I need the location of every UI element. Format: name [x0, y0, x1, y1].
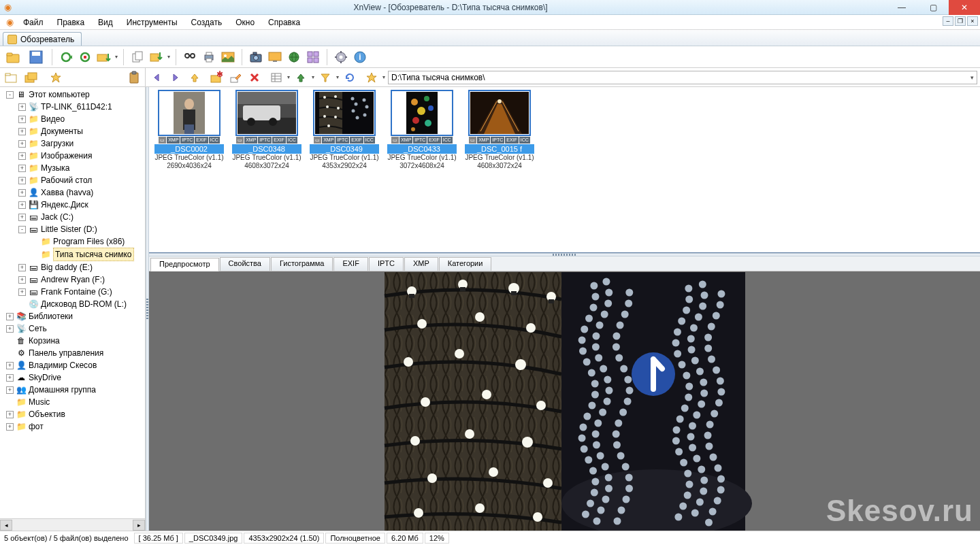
menu-Файл[interactable]: Файл [16, 16, 50, 29]
tree-expander[interactable]: + [18, 288, 26, 296]
thumbnail[interactable]: ▭XMPIPTCEXIFICC_DSC0002JPEG TrueColor (v… [154, 90, 224, 170]
back-button[interactable] [148, 69, 165, 86]
mdi-minimize[interactable]: – [943, 16, 953, 26]
menu-Инструменты[interactable]: Инструменты [120, 16, 184, 29]
tree-node[interactable]: ⚙Панель управления [1, 347, 145, 359]
thumbnail[interactable]: ▭XMPIPTCEXIFICC_DSC_0015 fJPEG TrueColor… [465, 90, 534, 170]
maximize-button[interactable]: ▢ [917, 0, 949, 15]
slideshow-button[interactable] [220, 49, 236, 65]
tree-expander[interactable]: + [6, 386, 14, 394]
refresh-stop-button[interactable] [77, 49, 93, 65]
preview-pane[interactable]: Skesov.ru [149, 271, 980, 531]
preview-tab-5[interactable]: XMP [404, 257, 438, 271]
copy-button[interactable] [129, 49, 146, 65]
filter-button[interactable] [317, 69, 333, 86]
tree-expander[interactable]: + [18, 116, 26, 123]
tab-browser[interactable]: Обозреватель [3, 32, 82, 46]
open-recent-button[interactable] [96, 49, 112, 65]
tree-node[interactable]: +📁Музыка [1, 162, 145, 174]
tree-node[interactable]: +👤Хавва (havva) [1, 186, 145, 199]
tree-node[interactable]: -🖥Этот компьютер [1, 88, 145, 101]
folder-tree[interactable]: -🖥Этот компьютер+📡TP-LINK_611D42:1+📁Виде… [0, 87, 145, 518]
menu-Окно[interactable]: Окно [229, 16, 261, 29]
arrange-button[interactable] [305, 49, 321, 65]
tree-expander[interactable]: + [18, 103, 26, 111]
tree-node[interactable]: +📁Рабочий стол [1, 174, 145, 186]
tree-node[interactable]: +📡TP-LINK_611D42:1 [1, 101, 145, 113]
address-bar[interactable]: D:\Типа тысяча снимков\ ▾ [388, 71, 977, 84]
sort-button[interactable] [293, 69, 309, 86]
tree-node[interactable]: +🖴Andrew Ryan (F:) [1, 273, 145, 286]
thumbnail[interactable]: ▭XMPIPTCEXIFICC_DSC0433JPEG TrueColor (v… [387, 90, 457, 170]
up-button[interactable] [186, 69, 203, 86]
menu-Создать[interactable]: Создать [184, 16, 229, 29]
tree-node[interactable]: +📁Изображения [1, 150, 145, 162]
refresh-button[interactable] [58, 49, 74, 65]
paste-button[interactable] [148, 49, 165, 65]
tree-node[interactable]: +🖴Frank Fontaine (G:) [1, 286, 145, 298]
tree-expander[interactable]: + [18, 276, 26, 284]
preview-tab-6[interactable]: Категории [439, 257, 492, 271]
tree-expander[interactable]: - [18, 226, 26, 233]
tree-expander[interactable]: + [18, 128, 26, 135]
help-button[interactable]: i [352, 49, 368, 65]
menu-Правка[interactable]: Правка [50, 16, 92, 29]
tree-node[interactable]: +💾Яндекс.Диск [1, 199, 145, 211]
chevron-down-icon[interactable]: ▾ [970, 74, 974, 81]
close-button[interactable]: ✕ [949, 0, 980, 15]
search-button[interactable] [182, 49, 198, 65]
screen-button[interactable] [267, 49, 283, 65]
refresh2-button[interactable] [342, 69, 358, 86]
delete-button[interactable] [246, 69, 263, 86]
tree-node[interactable]: 🗑Корзина [1, 335, 145, 347]
capture-button[interactable] [248, 49, 264, 65]
tree-expander[interactable]: + [18, 177, 26, 184]
minimize-button[interactable]: — [886, 0, 917, 15]
tree-node[interactable]: -🖴Little Sister (D:) [1, 223, 145, 235]
tree-node[interactable]: +📁Документы [1, 125, 145, 137]
tree-expander[interactable]: + [6, 423, 14, 431]
tree-expander[interactable]: + [6, 313, 14, 320]
preview-tab-1[interactable]: Свойства [220, 257, 270, 271]
tree-node[interactable]: 📁Music [1, 396, 145, 408]
tree-node[interactable]: +📁Объектив [1, 408, 145, 420]
view-mode-button[interactable] [268, 69, 284, 86]
tree-expander[interactable]: + [18, 152, 26, 160]
tree-node[interactable]: +🖴Jack (C:) [1, 211, 145, 223]
tree-node[interactable]: +☁SkyDrive [1, 371, 145, 384]
mdi-close[interactable]: × [967, 16, 978, 26]
tree-node[interactable]: +📁фот [1, 420, 145, 433]
tree-node[interactable]: 📁Типа тысяча снимко [1, 248, 145, 261]
preview-tab-3[interactable]: EXIF [333, 257, 368, 271]
tree-expander[interactable]: + [6, 325, 14, 333]
tree-node[interactable]: +🖴Big daddy (E:) [1, 261, 145, 273]
tree-node[interactable]: +📡Сеть [1, 322, 145, 335]
tree-expander[interactable]: + [18, 140, 26, 148]
tree-node[interactable]: 📁Program Files (x86) [1, 235, 145, 248]
save-button[interactable] [26, 47, 46, 67]
tree-scrollbar[interactable]: ◂▸ [0, 518, 145, 531]
thumbnail[interactable]: ▭XMPIPTCEXIFICC_DSC0349JPEG TrueColor (v… [310, 90, 379, 170]
preview-tab-2[interactable]: Гистограмма [271, 257, 333, 271]
fav-star-button[interactable] [48, 69, 64, 86]
menu-Справка[interactable]: Справка [261, 16, 307, 29]
tree-expander[interactable]: + [6, 362, 14, 369]
preview-tab-4[interactable]: IPTC [369, 257, 404, 271]
favorite-add-button[interactable] [363, 69, 380, 86]
open-button[interactable] [3, 47, 23, 67]
preview-tab-0[interactable]: Предпросмотр [150, 258, 219, 271]
tree-expander[interactable]: + [18, 214, 26, 221]
tree-node[interactable]: +📁Загрузки [1, 137, 145, 150]
settings-button[interactable] [333, 49, 349, 65]
fav-folder-stack-button[interactable] [23, 69, 39, 86]
tree-node[interactable]: 💿Дисковод BD-ROM (L:) [1, 298, 145, 310]
tree-expander[interactable]: + [18, 201, 26, 209]
tree-node[interactable]: +👥Домашняя группа [1, 384, 145, 396]
tree-node[interactable]: +📚Библиотеки [1, 310, 145, 322]
forward-button[interactable] [167, 69, 184, 86]
tree-expander[interactable]: + [6, 374, 14, 382]
thumbnail[interactable]: ▭XMPIPTCEXIFICC_DSC0348JPEG TrueColor (v… [232, 90, 301, 170]
fav-folder-button[interactable] [3, 69, 19, 86]
thumbnail-pane[interactable]: ▭XMPIPTCEXIFICC_DSC0002JPEG TrueColor (v… [149, 87, 980, 253]
clipboard-button[interactable] [126, 69, 142, 86]
